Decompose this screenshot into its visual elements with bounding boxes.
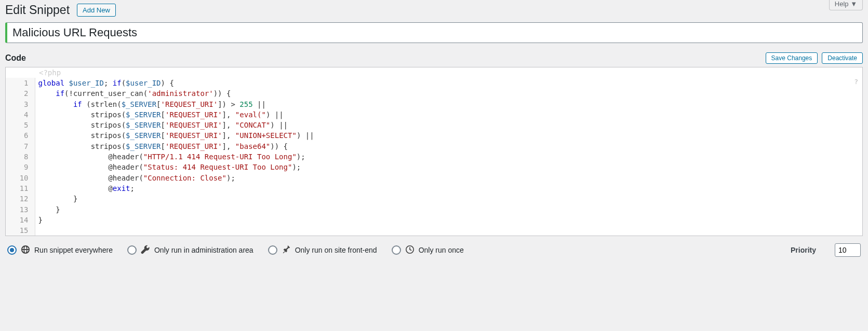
code-content[interactable]: global $user_ID; if($user_ID) { xyxy=(35,78,862,88)
line-number: 4 xyxy=(6,109,35,120)
code-content[interactable]: stripos($_SERVER['REQUEST_URI'], "eval("… xyxy=(35,109,862,120)
help-tab[interactable]: Help ▼ xyxy=(829,0,863,10)
code-line[interactable]: 11 @exit; xyxy=(6,183,862,194)
line-number: 2 xyxy=(6,88,35,99)
code-editor[interactable]: <?php ? 1global $user_ID; if($user_ID) {… xyxy=(5,67,863,236)
run-once-label: Only run once xyxy=(419,246,464,254)
code-content[interactable]: stripos($_SERVER['REQUEST_URI'], "UNION+… xyxy=(35,130,862,141)
line-number: 10 xyxy=(6,173,35,183)
line-number: 14 xyxy=(6,215,35,225)
add-new-button[interactable]: Add New xyxy=(77,4,116,17)
code-content[interactable]: @header("Status: 414 Request-URI Too Lon… xyxy=(35,162,862,172)
code-line[interactable]: 13 } xyxy=(6,204,862,215)
run-frontend-option[interactable]: Only run on site front-end xyxy=(268,245,377,256)
run-admin-label: Only run in administration area xyxy=(154,246,253,254)
run-frontend-label: Only run on site front-end xyxy=(295,246,377,254)
clock-icon xyxy=(405,245,415,256)
line-number: 3 xyxy=(6,99,35,109)
code-content[interactable]: if (strlen($_SERVER['REQUEST_URI']) > 25… xyxy=(35,99,862,109)
line-number: 12 xyxy=(6,194,35,204)
line-number: 1 xyxy=(6,78,35,88)
code-content[interactable]: } xyxy=(35,194,862,204)
code-line[interactable]: 7 stripos($_SERVER['REQUEST_URI'], "base… xyxy=(6,141,862,151)
page-title: Edit Snippet xyxy=(5,3,70,17)
radio-checked-icon xyxy=(7,245,17,255)
line-number: 8 xyxy=(6,151,35,162)
line-number: 5 xyxy=(6,120,35,130)
run-everywhere-option[interactable]: Run snippet everywhere xyxy=(7,245,113,256)
line-number: 13 xyxy=(6,204,35,215)
code-line[interactable]: 2 if(!current_user_can('administrator'))… xyxy=(6,88,862,99)
code-content[interactable]: @header("Connection: Close"); xyxy=(35,173,862,183)
code-line[interactable]: 6 stripos($_SERVER['REQUEST_URI'], "UNIO… xyxy=(6,130,862,141)
run-everywhere-label: Run snippet everywhere xyxy=(34,246,113,254)
code-line[interactable]: 12 } xyxy=(6,194,862,204)
priority-input[interactable] xyxy=(835,243,861,257)
code-heading: Code xyxy=(5,53,26,63)
line-number: 11 xyxy=(6,183,35,194)
code-content[interactable]: stripos($_SERVER['REQUEST_URI'], "CONCAT… xyxy=(35,120,862,130)
code-line[interactable]: 4 stripos($_SERVER['REQUEST_URI'], "eval… xyxy=(6,109,862,120)
line-number: 15 xyxy=(6,225,35,236)
snippet-title-input[interactable] xyxy=(12,26,857,39)
code-content[interactable]: stripos($_SERVER['REQUEST_URI'], "base64… xyxy=(35,141,862,151)
code-line[interactable]: 14} xyxy=(6,215,862,225)
line-number: 6 xyxy=(6,130,35,141)
code-content[interactable] xyxy=(35,225,862,236)
code-line[interactable]: 5 stripos($_SERVER['REQUEST_URI'], "CONC… xyxy=(6,120,862,130)
line-number: 9 xyxy=(6,162,35,172)
code-content[interactable]: if(!current_user_can('administrator')) { xyxy=(35,88,862,99)
code-line[interactable]: 8 @header("HTTP/1.1 414 Request-URI Too … xyxy=(6,151,862,162)
line-number: 7 xyxy=(6,141,35,151)
php-open-tag: <?php xyxy=(39,68,61,77)
globe-icon xyxy=(21,245,30,256)
radio-icon xyxy=(127,245,137,255)
code-line[interactable]: 9 @header("Status: 414 Request-URI Too L… xyxy=(6,162,862,172)
snippet-title-wrap xyxy=(5,22,863,43)
code-content[interactable]: } xyxy=(35,215,862,225)
wrench-icon xyxy=(141,245,150,256)
code-content[interactable]: @exit; xyxy=(35,183,862,194)
radio-icon xyxy=(392,245,401,255)
deactivate-button[interactable]: Deactivate xyxy=(822,52,863,64)
pin-icon xyxy=(282,245,291,256)
code-line[interactable]: 1global $user_ID; if($user_ID) { xyxy=(6,78,862,88)
run-once-option[interactable]: Only run once xyxy=(392,245,464,256)
save-changes-button[interactable]: Save Changes xyxy=(766,52,818,64)
radio-icon xyxy=(268,245,277,255)
code-line[interactable]: 3 if (strlen($_SERVER['REQUEST_URI']) > … xyxy=(6,99,862,109)
code-line[interactable]: 15 xyxy=(6,225,862,236)
editor-help-icon[interactable]: ? xyxy=(854,78,858,86)
code-content[interactable]: } xyxy=(35,204,862,215)
run-admin-option[interactable]: Only run in administration area xyxy=(127,245,253,256)
priority-label: Priority xyxy=(791,246,816,254)
code-content[interactable]: @header("HTTP/1.1 414 Request-URI Too Lo… xyxy=(35,151,862,162)
code-line[interactable]: 10 @header("Connection: Close"); xyxy=(6,173,862,183)
